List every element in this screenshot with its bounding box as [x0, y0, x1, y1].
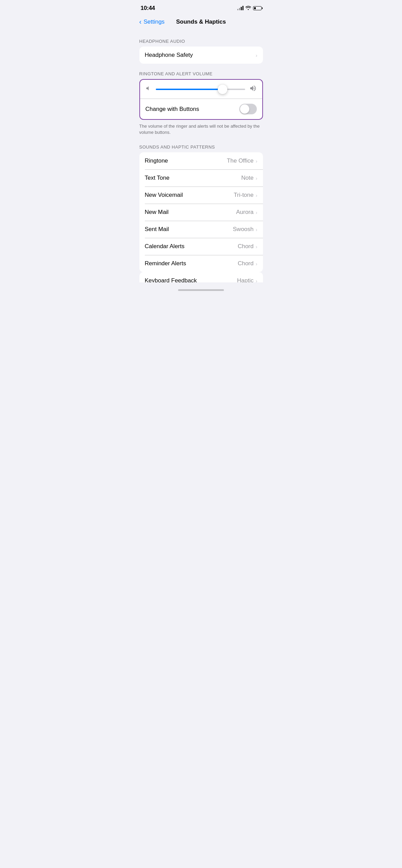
sent-mail-label: Sent Mail [145, 226, 169, 233]
back-button[interactable]: ‹ Settings [139, 18, 165, 26]
sounds-haptic-card: Ringtone The Office › Text Tone Note › N… [139, 152, 263, 272]
calendar-alerts-value: Chord › [238, 243, 257, 250]
status-bar: 10:44 [134, 0, 268, 15]
battery-icon [253, 6, 262, 10]
ringtone-label: Ringtone [145, 157, 168, 164]
nav-bar: ‹ Settings Sounds & Haptics [134, 15, 268, 31]
partial-section: Keyboard Feedback Haptic › [134, 272, 268, 282]
new-voicemail-row[interactable]: New Voicemail Tri-tone › [139, 187, 263, 204]
new-mail-value-text: Aurora [236, 209, 253, 216]
ringtone-value-text: The Office [227, 157, 253, 164]
text-tone-row[interactable]: Text Tone Note › [139, 169, 263, 187]
volume-high-icon [249, 85, 257, 94]
volume-card: Change with Buttons [139, 79, 263, 120]
ringtone-value: The Office › [227, 157, 257, 164]
volume-slider-row[interactable] [140, 80, 262, 99]
headphone-audio-section-header: HEADPHONE AUDIO [134, 39, 268, 47]
volume-slider[interactable] [156, 89, 245, 90]
sounds-haptic-section-header: SOUNDS AND HAPTIC PATTERNS [134, 144, 268, 152]
new-voicemail-chevron: › [256, 192, 257, 198]
calendar-alerts-row[interactable]: Calendar Alerts Chord › [139, 238, 263, 255]
sent-mail-row[interactable]: Sent Mail Swoosh › [139, 221, 263, 238]
keyboard-feedback-row[interactable]: Keyboard Feedback Haptic › [139, 272, 263, 282]
status-time: 10:44 [141, 5, 155, 12]
change-with-buttons-toggle[interactable] [239, 104, 257, 114]
headphone-safety-chevron: › [256, 52, 257, 58]
volume-low-icon [146, 85, 152, 93]
headphone-safety-label: Headphone Safety [145, 52, 193, 59]
new-mail-chevron: › [256, 209, 257, 215]
back-label: Settings [143, 18, 164, 25]
calendar-alerts-value-text: Chord [238, 243, 253, 250]
sent-mail-value: Swoosh › [233, 226, 257, 233]
sent-mail-chevron: › [256, 227, 257, 232]
volume-description: The volume of the ringer and alerts will… [134, 120, 268, 137]
text-tone-chevron: › [256, 175, 257, 181]
reminder-alerts-row[interactable]: Reminder Alerts Chord › [139, 255, 263, 272]
headphone-safety-value: › [256, 52, 257, 58]
reminder-alerts-value: Chord › [238, 260, 257, 267]
wifi-icon [246, 5, 251, 11]
change-with-buttons-label: Change with Buttons [146, 106, 199, 113]
back-chevron-icon: ‹ [139, 18, 142, 26]
keyboard-feedback-card: Keyboard Feedback Haptic › [139, 272, 263, 282]
keyboard-feedback-value-text: Haptic [237, 277, 253, 282]
new-voicemail-label: New Voicemail [145, 192, 183, 199]
text-tone-value-text: Note [241, 175, 254, 181]
change-with-buttons-row[interactable]: Change with Buttons [140, 99, 262, 119]
new-voicemail-value-text: Tri-tone [234, 192, 254, 199]
ringtone-row[interactable]: Ringtone The Office › [139, 152, 263, 169]
status-icons [237, 5, 262, 11]
ringtone-volume-section-header: RINGTONE AND ALERT VOLUME [134, 71, 268, 79]
ringtone-chevron: › [256, 158, 257, 164]
keyboard-feedback-chevron: › [256, 278, 257, 283]
calendar-alerts-chevron: › [256, 244, 257, 250]
keyboard-feedback-label: Keyboard Feedback [145, 277, 197, 282]
page-title: Sounds & Haptics [176, 18, 226, 25]
text-tone-label: Text Tone [145, 175, 169, 181]
signal-icon [237, 6, 243, 10]
headphone-safety-row[interactable]: Headphone Safety › [139, 47, 263, 64]
reminder-alerts-value-text: Chord [238, 260, 253, 267]
keyboard-feedback-value: Haptic › [237, 277, 257, 282]
headphone-audio-card: Headphone Safety › [139, 47, 263, 64]
reminder-alerts-chevron: › [256, 261, 257, 267]
calendar-alerts-label: Calendar Alerts [145, 243, 185, 250]
new-mail-row[interactable]: New Mail Aurora › [139, 204, 263, 221]
reminder-alerts-label: Reminder Alerts [145, 260, 186, 267]
sent-mail-value-text: Swoosh [233, 226, 253, 233]
home-indicator [178, 289, 224, 291]
text-tone-value: Note › [241, 175, 257, 181]
new-mail-value: Aurora › [236, 209, 257, 216]
new-mail-label: New Mail [145, 209, 169, 216]
new-voicemail-value: Tri-tone › [234, 192, 257, 199]
